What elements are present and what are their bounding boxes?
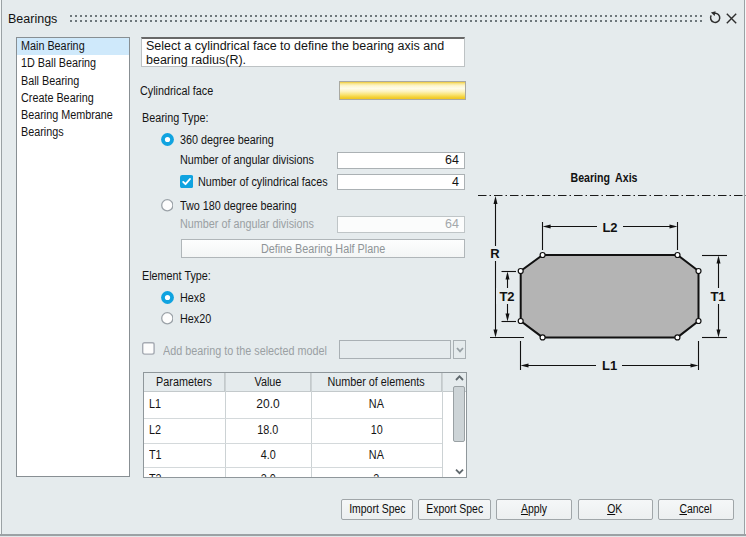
svg-text:L2: L2 xyxy=(602,220,617,235)
svg-text:T1: T1 xyxy=(710,289,725,304)
svg-text:R: R xyxy=(490,246,500,261)
svg-text:T2: T2 xyxy=(499,289,514,304)
svg-text:Bearing Axis: Bearing Axis xyxy=(571,171,638,185)
svg-text:L1: L1 xyxy=(602,358,617,373)
